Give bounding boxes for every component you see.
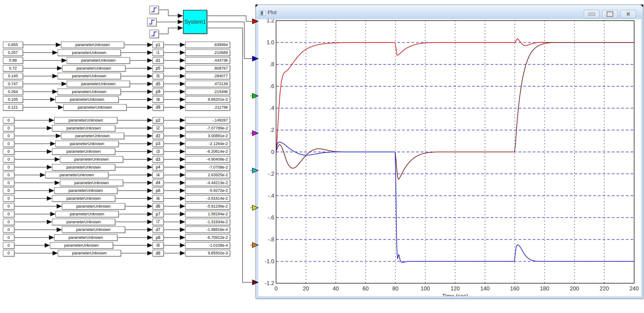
step-source-block[interactable] (147, 18, 156, 26)
port-label-block[interactable]: d1 (152, 57, 164, 64)
display-block[interactable]: -6.20614e-2 (185, 148, 230, 155)
constant-block[interactable]: 0.145 (3, 73, 23, 79)
display-block[interactable]: -5.9272e-2 (185, 187, 230, 194)
constant-block[interactable]: 0.655 (3, 41, 23, 48)
step-source-block[interactable] (150, 6, 159, 14)
port-label-block[interactable]: d8 (152, 250, 164, 256)
parameter-block[interactable]: parameterUnknown (63, 104, 126, 111)
display-block[interactable]: 3.00891e-2 (185, 133, 230, 139)
parameter-block[interactable]: parameterUnknown (54, 187, 117, 194)
display-block[interactable]: -7.07789e-2 (185, 125, 230, 131)
step-source-block[interactable] (150, 30, 159, 38)
port-label-block[interactable]: i5 (152, 73, 164, 79)
constant-block[interactable]: 0 (3, 195, 14, 202)
parameter-block[interactable]: parameterUnknown (62, 203, 125, 210)
port-label-block[interactable]: d9 (152, 104, 164, 111)
port-label-block[interactable]: d6 (152, 203, 164, 210)
parameter-block[interactable]: parameterUnknown (56, 211, 118, 217)
constant-block[interactable]: 0 (3, 125, 14, 131)
parameter-block[interactable]: parameterUnknown (56, 96, 118, 103)
display-block[interactable]: -5.91239e-2 (185, 203, 230, 210)
port-label-block[interactable]: p5 (152, 65, 164, 71)
port-label-block[interactable]: d7 (152, 226, 164, 233)
parameter-block[interactable]: parameterUnknown (52, 125, 115, 131)
constant-block[interactable]: 0 (3, 156, 14, 163)
port-label-block[interactable]: d5 (152, 81, 164, 87)
port-label-block[interactable]: p4 (152, 164, 164, 170)
display-block[interactable]: -1.0108e-4 (185, 242, 230, 249)
display-block[interactable]: -4.44213e-2 (185, 180, 230, 186)
parameter-block[interactable]: parameterUnknown (62, 65, 126, 71)
port-label-block[interactable]: p1 (152, 41, 164, 48)
port-label-block[interactable]: p7 (152, 211, 164, 217)
parameter-block[interactable]: parameterUnknown (61, 41, 124, 48)
parameter-block[interactable]: parameterUnknown (52, 148, 115, 155)
display-block[interactable]: -2.1264e-2 (185, 141, 230, 147)
port-label-block[interactable]: p6 (152, 187, 164, 194)
port-label-block[interactable]: i1 (152, 49, 164, 56)
parameter-block[interactable]: parameterUnknown (58, 73, 121, 79)
display-block[interactable]: .808767 (185, 65, 230, 71)
constant-block[interactable]: 0 (3, 172, 14, 178)
display-block[interactable]: .284077 (185, 73, 230, 79)
parameter-block[interactable]: parameterUnknown (62, 226, 125, 233)
system1-block[interactable]: System1 (183, 10, 207, 34)
display-block[interactable]: 9.85502e-3 (185, 250, 230, 256)
display-block[interactable]: -1.31634e-2 (185, 219, 230, 225)
constant-block[interactable]: 0 (3, 234, 14, 241)
parameter-block[interactable]: parameterUnknown (67, 81, 130, 87)
parameter-block[interactable]: parameterUnknown (58, 49, 121, 56)
constant-block[interactable]: 0 (3, 117, 14, 123)
constant-block[interactable]: 0.72 (3, 65, 23, 71)
parameter-block[interactable]: parameterUnknown (60, 180, 123, 186)
parameter-block[interactable]: parameterUnknown (58, 89, 121, 95)
display-block[interactable]: -7.0708e-2 (185, 164, 230, 170)
constant-block[interactable]: 0.121 (3, 104, 23, 111)
parameter-block[interactable]: parameterUnknown (61, 133, 124, 139)
display-block[interactable]: 2.63925e-2 (185, 172, 230, 178)
display-block[interactable]: -4.90409e-2 (185, 156, 230, 163)
display-block[interactable]: .639994 (185, 41, 230, 48)
constant-block[interactable]: 0 (3, 141, 14, 147)
parameter-block[interactable]: parameterUnknown (58, 250, 121, 256)
display-block[interactable]: 8.66201e-2 (185, 96, 230, 103)
display-block[interactable]: 1.58194e-2 (185, 211, 230, 217)
constant-block[interactable]: 0 (3, 211, 14, 217)
port-label-block[interactable]: d3 (152, 156, 164, 163)
display-block[interactable]: .443736 (185, 57, 230, 64)
parameter-block[interactable]: parameterUnknown (45, 172, 108, 178)
constant-block[interactable]: 0 (3, 164, 14, 170)
constant-block[interactable]: 0 (3, 148, 14, 155)
port-label-block[interactable]: p8 (152, 234, 164, 241)
port-label-block[interactable]: i6 (152, 195, 164, 202)
constant-block[interactable]: 0.257 (3, 49, 23, 56)
constant-block[interactable]: 0.105 (3, 96, 23, 103)
port-label-block[interactable]: i9 (152, 96, 164, 103)
display-block[interactable]: .472139 (185, 81, 230, 87)
constant-block[interactable]: 0.88 (3, 57, 23, 64)
port-label-block[interactable]: p9 (152, 89, 164, 95)
parameter-block[interactable]: parameterUnknown (50, 242, 113, 249)
port-label-block[interactable]: i8 (152, 242, 164, 249)
constant-block[interactable]: 0 (3, 187, 14, 194)
parameter-block[interactable]: parameterUnknown (56, 141, 118, 147)
display-block[interactable]: .215496 (185, 89, 230, 95)
parameter-block[interactable]: parameterUnknown (52, 219, 115, 225)
port-label-block[interactable]: i3 (152, 148, 164, 155)
display-block[interactable]: -.149267 (185, 117, 230, 123)
port-label-block[interactable]: d4 (152, 180, 164, 186)
port-label-block[interactable]: p2 (152, 117, 164, 123)
display-block[interactable]: .211796 (185, 104, 230, 111)
display-block[interactable]: -3.91614e-2 (185, 195, 230, 202)
port-label-block[interactable]: i7 (152, 219, 164, 225)
display-block[interactable]: -1.98816e-4 (185, 226, 230, 233)
constant-block[interactable]: 0 (3, 219, 14, 225)
display-block[interactable]: -6.70912e-2 (185, 234, 230, 241)
parameter-block[interactable]: parameterUnknown (60, 156, 123, 163)
port-label-block[interactable]: i4 (152, 172, 164, 178)
parameter-block[interactable]: parameterUnknown (52, 195, 115, 202)
constant-block[interactable]: 0 (3, 242, 14, 249)
constant-block[interactable]: 0.264 (3, 89, 23, 95)
port-label-block[interactable]: d2 (152, 133, 164, 139)
port-label-block[interactable]: p3 (152, 141, 164, 147)
